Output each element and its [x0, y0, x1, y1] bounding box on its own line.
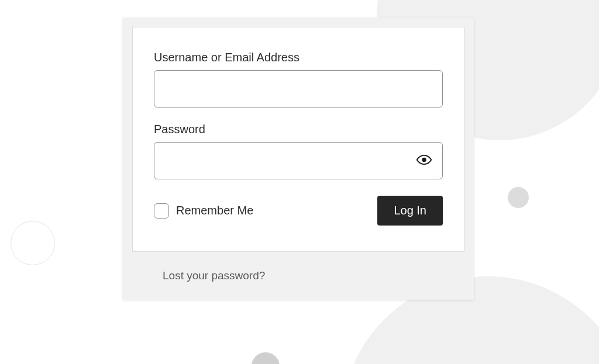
- username-input[interactable]: [154, 70, 443, 108]
- login-form: Username or Email Address Password: [132, 27, 464, 252]
- password-input-wrapper: [154, 142, 443, 179]
- eye-icon: [416, 152, 432, 170]
- form-bottom-row: Remember Me Log In: [154, 196, 443, 226]
- toggle-password-visibility-button[interactable]: [414, 150, 435, 172]
- lost-password-link[interactable]: Lost your password?: [163, 269, 265, 282]
- password-field-group: Password: [154, 123, 443, 179]
- remember-me-group[interactable]: Remember Me: [154, 203, 253, 219]
- login-container: Username or Email Address Password: [123, 18, 474, 300]
- password-label: Password: [154, 123, 443, 136]
- username-field-group: Username or Email Address: [154, 51, 443, 108]
- svg-point-0: [422, 158, 426, 162]
- login-button[interactable]: Log In: [377, 196, 443, 226]
- remember-me-checkbox[interactable]: [154, 203, 169, 219]
- decorative-circle: [252, 352, 280, 364]
- decorative-circle: [508, 187, 529, 208]
- remember-me-label: Remember Me: [176, 204, 253, 217]
- username-label: Username or Email Address: [154, 51, 443, 64]
- password-input[interactable]: [154, 142, 443, 179]
- below-card-links: Lost your password?: [132, 252, 464, 300]
- decorative-circle: [11, 221, 55, 265]
